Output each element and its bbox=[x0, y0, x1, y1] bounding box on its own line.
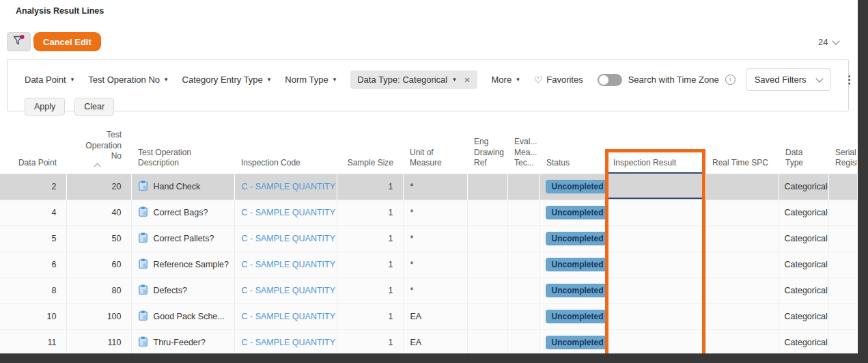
filter-toggle-button[interactable] bbox=[7, 32, 31, 51]
cell-status: Uncompleted bbox=[540, 200, 606, 226]
cell-inspection-result[interactable] bbox=[606, 252, 705, 278]
cell-serial-registration bbox=[828, 278, 857, 304]
col-header-sample-size[interactable]: Sample Size bbox=[337, 130, 403, 174]
inspection-code-link[interactable]: C - SAMPLE QUANTITY bbox=[242, 260, 336, 269]
cell-inspection-result[interactable] bbox=[606, 278, 705, 304]
cell-data-type: Categorical bbox=[779, 278, 828, 304]
inspection-code-link[interactable]: C - SAMPLE QUANTITY bbox=[242, 286, 336, 295]
col-header-unit-of-measure[interactable]: Unit of Measure bbox=[403, 130, 467, 174]
cell-serial-registration bbox=[828, 226, 857, 252]
remove-filter-icon[interactable]: × bbox=[464, 75, 471, 85]
table-row[interactable]: 5 50 Correct Pallets? C - SAMPLE QUANTIT… bbox=[0, 226, 857, 252]
page-size-selector[interactable]: 24 bbox=[818, 37, 839, 47]
cell-real-time-spc bbox=[705, 226, 779, 252]
cell-inspection-code: C - SAMPLE QUANTITY bbox=[234, 174, 337, 200]
screen-frame-bottom bbox=[0, 353, 868, 363]
clipboard-icon[interactable] bbox=[139, 336, 148, 349]
cell-test-operation-no: 20 bbox=[66, 174, 131, 200]
clipboard-icon[interactable] bbox=[139, 232, 148, 245]
caret-down-icon: ▾ bbox=[333, 77, 337, 83]
cell-eval-measurement-technique bbox=[507, 200, 540, 226]
filter-dropdown-data-point[interactable]: Data Point ▾ bbox=[25, 75, 74, 85]
cell-inspection-result[interactable] bbox=[606, 226, 705, 252]
filter-dropdown-test-operation-no[interactable]: Test Operation No ▾ bbox=[88, 75, 167, 85]
cell-unit-of-measure: EA bbox=[403, 330, 467, 355]
kebab-menu-icon[interactable]: ⋮ bbox=[841, 73, 858, 86]
clipboard-icon[interactable] bbox=[139, 310, 148, 323]
col-header-eval-measurement-technique[interactable]: Eval... Mea... Tec... bbox=[507, 130, 540, 174]
active-filter-chip-data-type[interactable]: Data Type: Categorical ▾ × bbox=[350, 70, 477, 89]
timezone-toggle-label: Search with Time Zone bbox=[628, 75, 719, 85]
table-row[interactable]: 6 60 Reference Sample? C - SAMPLE QUANTI… bbox=[0, 252, 857, 278]
cell-test-operation-no: 60 bbox=[66, 252, 131, 278]
table-row[interactable]: 11 110 Thru-Feeder? C - SAMPLE QUANTITY … bbox=[0, 330, 857, 355]
cell-serial-registration bbox=[828, 252, 857, 278]
filter-dropdown-more[interactable]: More ▾ bbox=[492, 75, 520, 85]
cell-sample-size: 1 bbox=[337, 330, 403, 355]
clipboard-icon[interactable] bbox=[139, 258, 148, 271]
col-header-inspection-result[interactable]: Inspection Result bbox=[606, 130, 705, 174]
col-header-test-operation-no[interactable]: Test Operation No bbox=[66, 130, 131, 174]
inspection-result-input[interactable] bbox=[608, 172, 704, 199]
table-row[interactable]: 2 20 Hand Check C - SAMPLE QUANTITY 1 * … bbox=[0, 174, 857, 200]
caret-down-icon: ▾ bbox=[268, 77, 271, 83]
apply-button[interactable]: Apply bbox=[25, 98, 65, 116]
inspection-code-link[interactable]: C - SAMPLE QUANTITY bbox=[242, 208, 336, 217]
saved-filters-select[interactable]: Saved Filters bbox=[746, 68, 831, 91]
cell-inspection-result[interactable] bbox=[606, 200, 705, 226]
inspection-code-link[interactable]: C - SAMPLE QUANTITY bbox=[242, 234, 336, 243]
cell-eval-measurement-technique bbox=[507, 278, 540, 304]
cell-serial-registration bbox=[828, 174, 857, 200]
cell-unit-of-measure: EA bbox=[403, 304, 467, 330]
cell-sample-size: 1 bbox=[337, 304, 403, 330]
cell-real-time-spc bbox=[705, 252, 779, 278]
clipboard-icon[interactable] bbox=[139, 180, 148, 193]
table-header-row: Data Point Test Operation No Test Operat… bbox=[0, 130, 857, 174]
col-header-real-time-spc[interactable]: Real Time SPC bbox=[705, 130, 779, 174]
cell-serial-registration bbox=[828, 330, 857, 355]
description-text: Defects? bbox=[154, 286, 187, 295]
timezone-toggle[interactable] bbox=[598, 74, 622, 86]
inspection-code-link[interactable]: C - SAMPLE QUANTITY bbox=[242, 338, 336, 347]
col-header-inspection-code[interactable]: Inspection Code bbox=[234, 130, 337, 174]
col-header-serial-registration[interactable]: Serial Registra bbox=[828, 130, 857, 174]
caret-down-icon: ▾ bbox=[516, 77, 520, 83]
cell-inspection-result[interactable] bbox=[606, 330, 705, 355]
clipboard-icon[interactable] bbox=[139, 206, 148, 219]
table-row[interactable]: 4 40 Correct Bags? C - SAMPLE QUANTITY 1… bbox=[0, 200, 857, 226]
cell-status: Uncompleted bbox=[540, 304, 606, 330]
cell-inspection-result[interactable] bbox=[606, 304, 705, 330]
cell-test-operation-description: Correct Bags? bbox=[131, 200, 234, 226]
status-badge: Uncompleted bbox=[546, 336, 607, 349]
cell-data-type: Categorical bbox=[779, 330, 828, 355]
cell-data-type: Categorical bbox=[779, 200, 828, 226]
cell-inspection-code: C - SAMPLE QUANTITY bbox=[234, 252, 337, 278]
cell-unit-of-measure: * bbox=[403, 200, 467, 226]
cell-inspection-code: C - SAMPLE QUANTITY bbox=[234, 278, 337, 304]
caret-down-icon: ▾ bbox=[165, 77, 168, 83]
page-title: Analysis Result Lines bbox=[16, 6, 104, 16]
info-icon[interactable]: i bbox=[725, 75, 736, 85]
cell-test-operation-no: 50 bbox=[66, 226, 131, 252]
cell-status: Uncompleted bbox=[540, 252, 606, 278]
cell-serial-registration bbox=[828, 304, 857, 330]
col-header-data-point[interactable]: Data Point bbox=[0, 130, 66, 174]
cell-data-point: 4 bbox=[0, 200, 66, 226]
inspection-code-link[interactable]: C - SAMPLE QUANTITY bbox=[242, 182, 336, 191]
col-header-eng-drawing-ref[interactable]: Eng Drawing Ref bbox=[467, 130, 507, 174]
clear-button[interactable]: Clear bbox=[74, 98, 114, 116]
inspection-code-link[interactable]: C - SAMPLE QUANTITY bbox=[242, 312, 336, 321]
col-header-data-type[interactable]: Data Type bbox=[779, 130, 828, 174]
col-header-test-operation-description[interactable]: Test Operation Description bbox=[131, 130, 234, 174]
cell-status: Uncompleted bbox=[540, 278, 606, 304]
cell-eng-drawing-ref bbox=[467, 278, 507, 304]
filter-dropdown-norm-type[interactable]: Norm Type ▾ bbox=[285, 75, 336, 85]
cell-inspection-code: C - SAMPLE QUANTITY bbox=[234, 304, 337, 330]
filter-dropdown-category-entry-type[interactable]: Category Entry Type ▾ bbox=[182, 75, 271, 85]
table-row[interactable]: 10 100 Good Pack Sche... C - SAMPLE QUAN… bbox=[0, 304, 857, 330]
col-header-status[interactable]: Status bbox=[540, 130, 606, 174]
table-row[interactable]: 8 80 Defects? C - SAMPLE QUANTITY 1 * Un… bbox=[0, 278, 857, 304]
cancel-edit-button[interactable]: Cancel Edit bbox=[33, 32, 101, 51]
favorites-button[interactable]: ♡ Favorites bbox=[534, 75, 583, 85]
clipboard-icon[interactable] bbox=[139, 284, 148, 297]
